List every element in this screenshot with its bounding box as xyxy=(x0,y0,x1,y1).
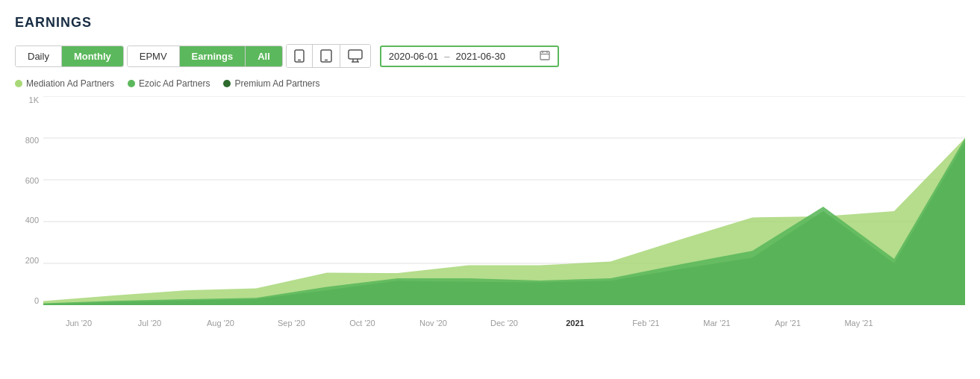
x-label-aug20: Aug '20 xyxy=(185,319,256,328)
x-label-apr21: Apr '21 xyxy=(752,319,823,328)
time-period-group: Daily Monthly xyxy=(15,46,124,67)
daily-button[interactable]: Daily xyxy=(16,46,62,66)
legend-label-mediation: Mediation Ad Partners xyxy=(26,78,114,89)
x-label-dec20: Dec '20 xyxy=(469,319,540,328)
earnings-button[interactable]: Earnings xyxy=(180,46,246,66)
svg-rect-8 xyxy=(540,51,549,60)
x-label-2021: 2021 xyxy=(540,319,611,328)
desktop-icon-button[interactable] xyxy=(340,45,370,67)
x-label-jul20: Jul '20 xyxy=(114,319,185,328)
x-label-may21: May '21 xyxy=(823,319,894,328)
x-label-jun20: Jun '20 xyxy=(43,319,114,328)
date-start: 2020-06-01 xyxy=(389,51,439,62)
legend-dot-ezoic xyxy=(128,80,135,87)
chart-legend: Mediation Ad Partners Ezoic Ad Partners … xyxy=(15,78,965,89)
date-separator: – xyxy=(444,51,449,62)
x-label-sep20: Sep '20 xyxy=(256,319,327,328)
y-label-1k: 1K xyxy=(29,96,39,104)
legend-item-ezoic: Ezoic Ad Partners xyxy=(128,78,210,89)
x-label-nov20: Nov '20 xyxy=(398,319,469,328)
chart-svg xyxy=(43,96,965,305)
y-label-600: 600 xyxy=(25,177,39,185)
x-label-feb21: Feb '21 xyxy=(611,319,681,328)
y-axis: 1K 800 600 400 200 0 xyxy=(15,96,43,305)
date-end: 2021-06-30 xyxy=(456,51,506,62)
y-label-800: 800 xyxy=(25,137,39,145)
x-label-oct20: Oct '20 xyxy=(327,319,398,328)
date-range-picker[interactable]: 2020-06-01 – 2021-06-30 xyxy=(380,46,559,67)
y-label-400: 400 xyxy=(25,216,39,225)
page-title: EARNINGS xyxy=(15,15,965,31)
legend-item-premium: Premium Ad Partners xyxy=(223,78,319,89)
chart-area: 1K 800 600 400 200 0 xyxy=(15,96,965,328)
calendar-icon xyxy=(540,50,550,63)
monthly-button[interactable]: Monthly xyxy=(62,46,123,66)
epmv-button[interactable]: EPMV xyxy=(128,46,180,66)
legend-label-ezoic: Ezoic Ad Partners xyxy=(139,78,210,89)
legend-label-premium: Premium Ad Partners xyxy=(234,78,319,89)
chart-svg-container xyxy=(43,96,965,305)
page-container: EARNINGS Daily Monthly EPMV Earnings All xyxy=(0,0,980,379)
y-label-0: 0 xyxy=(34,297,39,305)
x-label-mar21: Mar '21 xyxy=(681,319,752,328)
svg-rect-4 xyxy=(349,50,362,59)
y-label-200: 200 xyxy=(25,257,39,265)
legend-item-mediation: Mediation Ad Partners xyxy=(15,78,114,89)
device-group xyxy=(286,44,371,68)
legend-dot-premium xyxy=(223,80,231,87)
all-button[interactable]: All xyxy=(246,46,282,66)
metric-group: EPMV Earnings All xyxy=(127,46,283,67)
mobile-icon-button[interactable] xyxy=(287,45,313,67)
tablet-icon-button[interactable] xyxy=(313,45,340,67)
x-axis: Jun '20 Jul '20 Aug '20 Sep '20 Oct '20 … xyxy=(43,307,965,328)
toolbar: Daily Monthly EPMV Earnings All xyxy=(15,44,965,68)
legend-dot-mediation xyxy=(15,80,22,87)
